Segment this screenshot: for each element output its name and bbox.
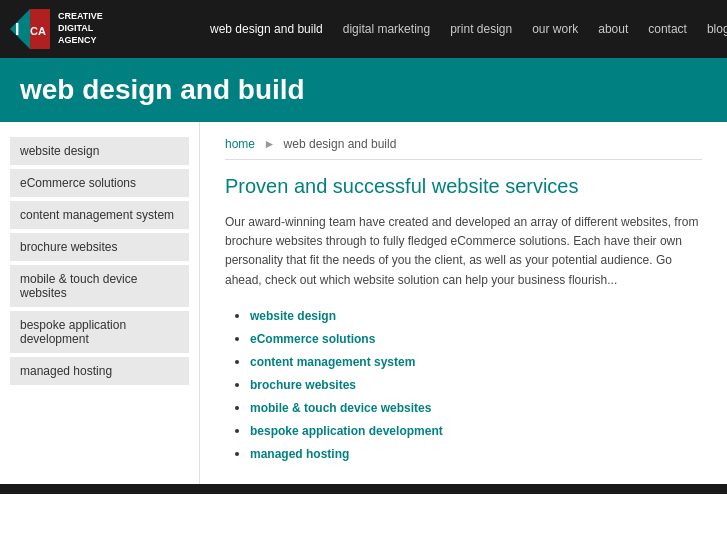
logo-text: CREATIVE DIGITAL AGENCY [58,11,103,46]
service-link[interactable]: website design [250,309,336,323]
service-link[interactable]: content management system [250,355,415,369]
logo-area: I CA CREATIVE DIGITAL AGENCY [10,9,140,49]
list-item: mobile & touch device websites [250,400,702,415]
sidebar-item[interactable]: bespoke application development [10,311,189,353]
list-item: brochure websites [250,377,702,392]
content-wrapper: website designeCommerce solutionscontent… [0,122,727,484]
sidebar-item[interactable]: brochure websites [10,233,189,261]
service-link[interactable]: eCommerce solutions [250,332,375,346]
sidebar-item[interactable]: content management system [10,201,189,229]
bottom-bar [0,484,727,494]
content-heading: Proven and successful website services [225,175,702,198]
service-link[interactable]: brochure websites [250,378,356,392]
sidebar-item[interactable]: website design [10,137,189,165]
list-item: website design [250,308,702,323]
page-title-bar: web design and build [0,58,727,122]
main-nav: web design and builddigital marketingpri… [140,22,727,36]
breadcrumb: home ► web design and build [225,137,702,160]
svg-text:I: I [15,21,19,38]
svg-marker-0 [10,9,30,49]
logo-icon: I CA [10,9,50,49]
nav-item-about[interactable]: about [588,22,638,36]
body-text: Our award-winning team have created and … [225,213,702,290]
breadcrumb-separator: ► [263,137,275,151]
sidebar-item[interactable]: mobile & touch device websites [10,265,189,307]
service-link[interactable]: bespoke application development [250,424,443,438]
sidebar-item[interactable]: managed hosting [10,357,189,385]
list-item: eCommerce solutions [250,331,702,346]
service-link[interactable]: mobile & touch device websites [250,401,431,415]
breadcrumb-current: web design and build [284,137,397,151]
service-list: website designeCommerce solutionscontent… [225,308,702,461]
list-item: managed hosting [250,446,702,461]
page-title: web design and build [20,74,707,106]
sidebar: website designeCommerce solutionscontent… [0,122,200,484]
list-item: bespoke application development [250,423,702,438]
nav-item-our-work[interactable]: our work [522,22,588,36]
list-item: content management system [250,354,702,369]
nav-item-blog[interactable]: blog [697,22,727,36]
main-content: home ► web design and build Proven and s… [200,122,727,484]
header: I CA CREATIVE DIGITAL AGENCY web design … [0,0,727,58]
svg-text:CA: CA [30,25,46,37]
nav-item-web-design-and-build[interactable]: web design and build [200,22,333,36]
sidebar-item[interactable]: eCommerce solutions [10,169,189,197]
breadcrumb-home-link[interactable]: home [225,137,255,151]
nav-item-digital-marketing[interactable]: digital marketing [333,22,440,36]
service-link[interactable]: managed hosting [250,447,349,461]
nav-item-print-design[interactable]: print design [440,22,522,36]
nav-item-contact[interactable]: contact [638,22,697,36]
